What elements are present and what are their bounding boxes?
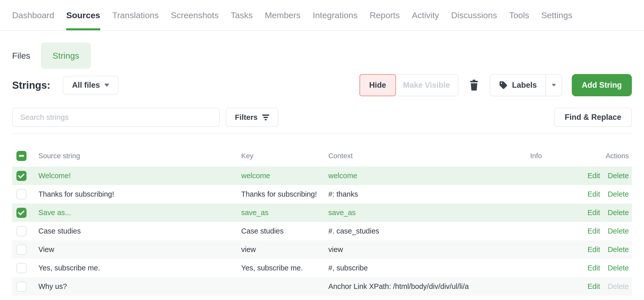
key-cell: welcome: [241, 172, 328, 180]
delete-link[interactable]: Delete: [608, 190, 629, 198]
table-row: Why us? Anchor Link XPath: /html/body/di…: [12, 277, 632, 296]
strings-table: Source string Key Context Info Actions W…: [12, 145, 632, 296]
make-visible-button[interactable]: Make Visible: [395, 74, 459, 96]
nav-item-reports[interactable]: Reports: [370, 10, 400, 30]
nav-item-discussions[interactable]: Discussions: [451, 10, 497, 30]
filters-button-label: Filters: [235, 113, 258, 122]
source-string-cell: View: [27, 245, 241, 254]
source-string-cell: Welcome!: [27, 172, 241, 180]
delete-link: Delete: [608, 282, 629, 290]
strings-toolbar: Strings: All files Hide Make Visible Lab…: [12, 74, 632, 97]
select-all-checkbox[interactable]: [16, 151, 27, 161]
table-body: Welcome! welcome welcome Edit Delete Tha…: [12, 167, 632, 296]
trash-icon: [469, 79, 479, 91]
context-cell: Anchor Link XPath: /html/body/div/div/ul…: [328, 282, 505, 291]
row-checkbox[interactable]: [16, 208, 27, 218]
labels-dropdown-button[interactable]: [546, 75, 562, 96]
add-string-button[interactable]: Add String: [572, 74, 632, 96]
row-checkbox[interactable]: [16, 282, 27, 292]
key-cell: Yes, subscribe me.: [241, 264, 328, 272]
filter-icon: [262, 113, 269, 121]
labels-button[interactable]: Labels: [490, 75, 545, 96]
row-checkbox[interactable]: [16, 189, 27, 199]
toolbar-actions: Hide Make Visible Labels Add String: [359, 74, 632, 96]
nav-item-integrations[interactable]: Integrations: [313, 10, 358, 30]
table-row: Case studies Case studies #. case_studie…: [12, 222, 632, 240]
source-view-tabs: Files Strings: [12, 42, 632, 69]
visibility-button-group: Hide Make Visible: [359, 74, 459, 96]
key-cell: save_as: [241, 209, 328, 217]
context-cell: view: [328, 245, 505, 254]
context-cell: welcome: [328, 172, 505, 180]
header-context: Context: [328, 152, 505, 160]
labels-button-group: Labels: [490, 74, 562, 96]
delete-link[interactable]: Delete: [608, 172, 629, 180]
edit-link[interactable]: Edit: [587, 264, 600, 272]
tab-files[interactable]: Files: [12, 42, 30, 69]
edit-link[interactable]: Edit: [587, 172, 600, 180]
edit-link[interactable]: Edit: [587, 190, 600, 198]
delete-link[interactable]: Delete: [608, 227, 629, 235]
find-replace-button[interactable]: Find & Replace: [554, 108, 632, 127]
chevron-down-icon: [104, 84, 109, 87]
tab-strings[interactable]: Strings: [41, 42, 91, 69]
source-string-cell: Case studies: [27, 227, 241, 235]
delete-link[interactable]: Delete: [608, 264, 629, 272]
header-key: Key: [241, 152, 328, 160]
header-info: Info: [505, 152, 567, 160]
key-cell: Case studies: [241, 227, 328, 235]
edit-link[interactable]: Edit: [587, 245, 600, 253]
nav-item-members[interactable]: Members: [265, 10, 301, 30]
context-cell: #, subscribe: [328, 264, 505, 272]
delete-selected-button[interactable]: [468, 79, 480, 91]
source-string-cell: Thanks for subscribing!: [27, 190, 241, 198]
tag-icon: [499, 81, 508, 90]
row-checkbox[interactable]: [16, 245, 27, 255]
delete-link[interactable]: Delete: [608, 245, 629, 253]
nav-item-screenshots[interactable]: Screenshots: [171, 10, 218, 30]
nav-item-sources[interactable]: Sources: [66, 10, 100, 30]
table-row: View view view Edit Delete: [12, 240, 632, 259]
filters-button[interactable]: Filters: [226, 108, 278, 127]
chevron-down-icon: [552, 84, 556, 86]
edit-link[interactable]: Edit: [587, 209, 600, 217]
table-row: Save as... save_as save_as Edit Delete: [12, 203, 632, 222]
edit-link[interactable]: Edit: [587, 282, 600, 290]
context-cell: #: thanks: [328, 190, 505, 198]
context-cell: #. case_studies: [328, 227, 505, 235]
header-source-string: Source string: [27, 152, 241, 160]
table-row: Thanks for subscribing! Thanks for subsc…: [12, 185, 632, 203]
row-checkbox[interactable]: [16, 226, 27, 236]
nav-item-dashboard[interactable]: Dashboard: [12, 10, 54, 30]
context-cell: save_as: [328, 209, 505, 217]
hide-button[interactable]: Hide: [359, 74, 396, 96]
nav-item-tools[interactable]: Tools: [509, 10, 529, 30]
file-filter-dropdown[interactable]: All files: [63, 76, 118, 95]
page-title: Strings:: [12, 80, 50, 91]
delete-link[interactable]: Delete: [608, 209, 629, 217]
key-cell: view: [241, 245, 328, 254]
nav-item-tasks[interactable]: Tasks: [231, 10, 253, 30]
search-row: Filters Find & Replace: [12, 108, 632, 127]
header-actions: Actions: [567, 152, 632, 160]
section-divider: [12, 133, 632, 134]
key-cell: Thanks for subscribing!: [241, 190, 328, 198]
nav-item-activity[interactable]: Activity: [412, 10, 439, 30]
search-input[interactable]: [12, 108, 220, 127]
edit-link[interactable]: Edit: [587, 227, 600, 235]
file-filter-value: All files: [72, 81, 100, 90]
top-navigation: DashboardSourcesTranslationsScreenshotsT…: [0, 0, 644, 31]
labels-button-label: Labels: [512, 81, 537, 90]
nav-item-translations[interactable]: Translations: [112, 10, 159, 30]
table-row: Yes, subscribe me. Yes, subscribe me. #,…: [12, 259, 632, 277]
table-row: Welcome! welcome welcome Edit Delete: [12, 167, 632, 185]
source-string-cell: Yes, subscribe me.: [27, 264, 241, 272]
table-header: Source string Key Context Info Actions: [12, 145, 632, 167]
nav-item-settings[interactable]: Settings: [541, 10, 572, 30]
source-string-cell: Why us?: [27, 282, 241, 291]
row-checkbox[interactable]: [16, 171, 27, 181]
row-checkbox[interactable]: [16, 263, 27, 273]
source-string-cell: Save as...: [27, 209, 241, 217]
